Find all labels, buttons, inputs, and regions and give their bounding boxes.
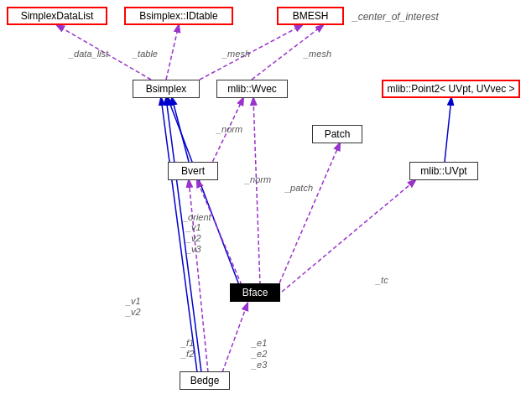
label-f1: _f1 <box>181 338 194 348</box>
label-e3: _e3 <box>252 360 267 370</box>
svg-line-9 <box>277 143 340 289</box>
node-label-Bface: Bface <box>242 287 268 298</box>
node-Bsimplex[interactable]: Bsimplex <box>133 80 200 98</box>
svg-line-4 <box>172 98 189 162</box>
node-label-Bsimplex: Bsimplex <box>146 83 187 95</box>
svg-line-11 <box>445 98 451 162</box>
node-Bvert[interactable]: Bvert <box>168 162 218 180</box>
label-mesh1: _mesh <box>222 49 250 59</box>
node-BMESH[interactable]: BMESH <box>277 7 344 25</box>
node-label-BMESH: BMESH <box>293 10 329 22</box>
node-mlibUVpt[interactable]: mlib::UVpt <box>409 162 478 180</box>
node-Bface[interactable]: Bface <box>230 283 280 302</box>
svg-line-7 <box>197 180 242 285</box>
node-label-mlibPoint2: mlib::Point2< UVpt, UVvec > <box>387 83 514 95</box>
node-label-Patch: Patch <box>325 128 351 140</box>
label-norm1: _norm <box>216 124 242 134</box>
node-SimplexDataList[interactable]: SimplexDataList <box>7 7 107 25</box>
node-label-mlibWvec: mlib::Wvec <box>227 83 277 95</box>
node-Bedge[interactable]: Bedge <box>180 371 230 390</box>
svg-line-8 <box>253 98 260 285</box>
svg-line-2 <box>200 25 302 80</box>
label-e2: _e2 <box>252 349 267 359</box>
label-orient: _orient <box>183 212 211 222</box>
label-v2b: _v2 <box>126 307 141 317</box>
label-v1b: _v1 <box>126 296 141 306</box>
label-v1a: _v1 <box>186 222 201 232</box>
label-table: _table <box>133 49 158 59</box>
label-f2: _f2 <box>181 349 194 359</box>
node-Patch[interactable]: Patch <box>312 125 362 143</box>
label-v3: _v3 <box>186 244 201 254</box>
label-v2a: _v2 <box>186 233 201 243</box>
label-tc: _tc <box>376 275 388 285</box>
svg-line-13 <box>222 303 247 372</box>
label-norm2: _norm <box>245 174 271 184</box>
label-center-of-interest: _center_of_interest <box>352 11 439 23</box>
diagram-container: SimplexDataList Bsimplex::IDtable BMESH … <box>0 0 526 420</box>
node-label-SimplexDataList: SimplexDataList <box>21 10 94 22</box>
node-label-BsimplexIDtable: Bsimplex::IDtable <box>139 10 217 22</box>
label-mesh2: _mesh <box>304 49 331 59</box>
label-patch: _patch <box>285 183 313 193</box>
svg-line-10 <box>282 180 415 292</box>
node-label-Bedge: Bedge <box>190 375 220 386</box>
node-mlibPoint2[interactable]: mlib::Point2< UVpt, UVvec > <box>382 80 520 98</box>
node-label-Bvert: Bvert <box>181 165 205 177</box>
label-e1: _e1 <box>252 338 267 348</box>
node-label-mlibUVpt: mlib::UVpt <box>420 165 466 177</box>
node-mlibWvec[interactable]: mlib::Wvec <box>216 80 288 98</box>
node-BsimplexIDtable[interactable]: Bsimplex::IDtable <box>124 7 233 25</box>
label-data_list: _data_list <box>69 49 108 59</box>
svg-line-1 <box>166 25 179 80</box>
